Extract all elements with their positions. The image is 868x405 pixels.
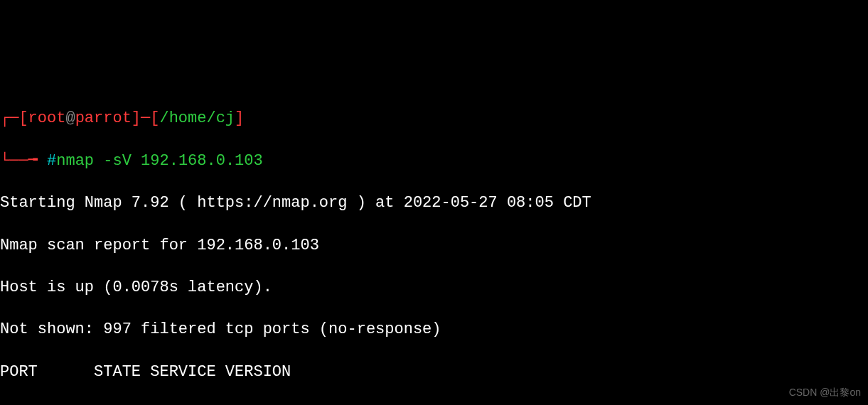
prompt-user: root xyxy=(28,109,66,127)
prompt-line-1: ┌─[root@parrot]─[/home/cj] xyxy=(0,108,868,129)
prompt-at: @ xyxy=(65,109,75,127)
command-text: nmap -sV 192.168.0.103 xyxy=(56,152,262,170)
prompt-path: /home/cj xyxy=(159,109,235,127)
output-line: Host is up (0.0078s latency). xyxy=(0,277,868,298)
output-line: Not shown: 997 filtered tcp ports (no-re… xyxy=(0,319,868,340)
prompt-bracket: ] xyxy=(235,109,244,127)
prompt-bracket: ]─[ xyxy=(132,109,160,127)
terminal-output[interactable]: ┌─[root@parrot]─[/home/cj] └──╼ #nmap -s… xyxy=(0,87,868,405)
prompt-hash: # xyxy=(47,152,56,170)
prompt-host: parrot xyxy=(75,109,132,127)
watermark-text: CSDN @出黎on xyxy=(789,386,861,399)
table-header: PORT STATE SERVICE VERSION xyxy=(0,362,868,383)
prompt-connector: └──╼ xyxy=(0,152,47,170)
output-line: Starting Nmap 7.92 ( https://nmap.org ) … xyxy=(0,193,868,214)
output-line: Nmap scan report for 192.168.0.103 xyxy=(0,235,868,256)
prompt-bracket: ┌─[ xyxy=(0,109,28,127)
prompt-command-line: └──╼ #nmap -sV 192.168.0.103 xyxy=(0,151,868,172)
